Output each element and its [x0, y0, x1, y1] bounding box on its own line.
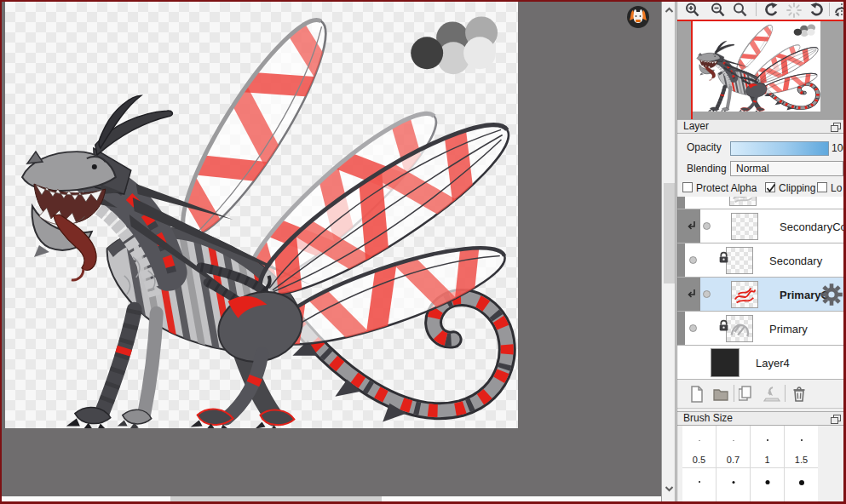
toolbar-separator [756, 3, 757, 16]
layer-thumbnail [726, 247, 753, 274]
zoom-in-icon[interactable] [684, 2, 701, 19]
view-toolbar [677, 0, 844, 20]
layer-row-primary[interactable]: Primary [677, 312, 844, 346]
detach-panel-icon[interactable] [831, 415, 841, 424]
opacity-label: Opacity [687, 141, 722, 153]
layer-indent [677, 197, 685, 209]
scroll-down-icon[interactable] [664, 484, 675, 494]
layer-panel-header: Layer [677, 119, 844, 134]
detach-panel-icon[interactable] [831, 123, 841, 132]
window-border [0, 0, 2, 504]
blending-select[interactable]: Normal [730, 161, 843, 176]
canvas-area[interactable] [2, 2, 661, 496]
window-border [0, 0, 846, 2]
brush-size-value: 0.7 [717, 455, 750, 465]
vertical-scrollbar[interactable] [661, 2, 676, 501]
clipping-checkbox[interactable] [765, 182, 775, 192]
brush-size-value: 1 [751, 455, 784, 465]
brush-dot [699, 481, 700, 483]
layer-row-secondarycolor[interactable]: SecondaryCo [677, 209, 844, 243]
layer-visibility-dot[interactable] [703, 290, 711, 298]
brush-size-cell[interactable] [751, 468, 784, 501]
brush-size-cell[interactable]: 1.5 [785, 426, 818, 467]
layer-panel-title: Layer [683, 120, 709, 132]
blending-label: Blending [687, 163, 727, 175]
new-folder-icon[interactable] [711, 385, 730, 404]
layer-indent [677, 312, 685, 345]
brush-size-value: 1.5 [785, 455, 818, 465]
merge-down-icon[interactable] [763, 385, 781, 404]
protect-alpha-checkbox[interactable] [682, 182, 693, 192]
delete-layer-icon[interactable] [790, 385, 809, 404]
firealpaca-logo-icon [626, 5, 650, 29]
rotate-reset-icon[interactable] [786, 2, 803, 19]
brush-size-grid: 0.5 0.7 1 1.5 [682, 426, 818, 501]
layer-name: Secondary [769, 255, 822, 267]
right-panel: Layer Opacity 100 Blending Normal Protec… [676, 0, 843, 501]
layer-visibility-dot[interactable] [703, 222, 711, 230]
layer-options-row: Protect Alpha Clipping Lo [677, 180, 844, 196]
brush-size-cell[interactable] [717, 468, 750, 501]
layer-row-secondary[interactable]: Secondary [677, 243, 844, 278]
protect-alpha-label: Protect Alpha [696, 182, 757, 194]
brush-size-value: 0.5 [682, 455, 716, 465]
new-layer-icon[interactable] [688, 385, 706, 404]
layer-toolbar [677, 380, 844, 409]
brush-size-cell[interactable]: 1 [751, 426, 784, 467]
layer-name: SecondaryCo [780, 220, 844, 233]
brush-dot [732, 481, 734, 484]
clipping-arrow-icon [686, 289, 697, 300]
layer-row-layer4[interactable]: Layer4 [677, 346, 844, 380]
brush-size-cell[interactable] [682, 468, 716, 501]
opacity-slider[interactable] [730, 141, 829, 156]
app-window: Layer Opacity 100 Blending Normal Protec… [0, 0, 846, 504]
brush-size-cell[interactable]: 0.5 [682, 426, 716, 467]
layer-indent [677, 243, 685, 277]
opacity-row: Opacity 100 [677, 139, 844, 158]
scroll-up-icon[interactable] [664, 5, 675, 15]
brush-panel-header: Brush Size [677, 411, 844, 426]
layer-thumbnail [711, 348, 740, 377]
layer-thumbnail [729, 197, 757, 206]
toolbar-separator [829, 3, 830, 16]
brush-dot [733, 440, 734, 441]
navigator-panel[interactable] [677, 20, 844, 119]
lock-checkbox[interactable] [817, 182, 827, 192]
gear-icon [819, 282, 844, 307]
brush-dot [767, 439, 768, 441]
blending-value: Normal [736, 163, 769, 175]
layer-row-primarycolor-selected[interactable]: PrimaryC [677, 278, 844, 312]
layer-row-partial[interactable] [677, 197, 844, 209]
document-canvas[interactable] [5, 2, 518, 428]
navigator-thumbnail[interactable] [693, 21, 820, 112]
lock-icon [718, 251, 729, 264]
brush-dot [765, 480, 769, 484]
navigator-viewport-line [691, 20, 693, 119]
lock-label: Lo [831, 182, 842, 194]
dragon-artwork [5, 2, 518, 428]
vertical-scrollbar-thumb[interactable] [664, 183, 675, 284]
layer-visibility-dot[interactable] [689, 324, 697, 332]
toolbar-separator [785, 385, 786, 402]
layer-name: Primary [769, 323, 808, 335]
layer-name: Layer4 [756, 357, 790, 369]
layer-visibility-dot[interactable] [689, 256, 697, 264]
rotate-ccw-icon[interactable] [763, 2, 780, 19]
brush-dot [801, 439, 803, 441]
navigator-artwork [693, 21, 820, 112]
brush-size-cell[interactable]: 0.7 [717, 426, 750, 467]
lock-icon [718, 319, 729, 332]
rotate-cw-icon[interactable] [808, 2, 825, 19]
clipping-label: Clipping [779, 182, 815, 194]
brush-panel-title: Brush Size [683, 412, 733, 424]
duplicate-layer-icon[interactable] [739, 385, 757, 404]
layer-thumbnail [731, 213, 758, 240]
layer-list: SecondaryCo Secondary [677, 197, 844, 380]
toolbar-separator [734, 385, 734, 402]
brush-size-cell[interactable] [785, 468, 818, 501]
navigator-viewport-line [677, 20, 844, 21]
zoom-out-icon[interactable] [710, 2, 727, 19]
brush-dot [699, 440, 699, 441]
blending-row: Blending Normal [677, 161, 844, 178]
zoom-reset-icon[interactable] [732, 2, 749, 19]
